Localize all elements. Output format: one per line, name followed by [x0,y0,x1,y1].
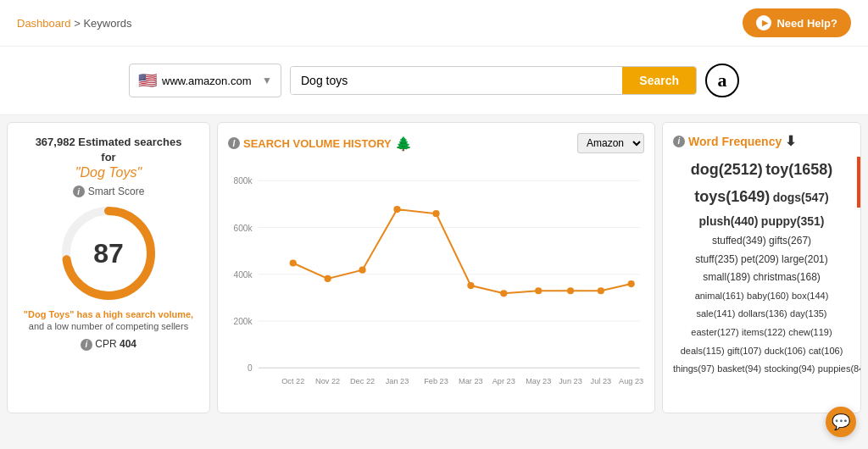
svg-text:Dec 22: Dec 22 [350,377,375,385]
svg-text:400k: 400k [233,270,253,280]
svg-point-21 [598,287,604,294]
word-stocking: stocking(94) [765,363,815,374]
word-items: items(122) [742,327,786,337]
svg-point-15 [393,206,400,213]
word-stuff: stuff(235) [695,253,737,265]
word-cat: cat(106) [809,346,843,356]
word-puppies: puppies(84) [818,363,861,374]
svg-text:Oct 22: Oct 22 [281,377,304,385]
word-freq-info-icon: i [673,136,685,147]
svg-point-13 [325,275,331,282]
svg-text:800k: 800k [233,176,253,186]
svg-point-12 [290,259,297,266]
svg-text:Jun 23: Jun 23 [559,377,582,385]
for-label: for [101,151,115,164]
smart-score-label: i Smart Score [19,186,198,197]
word-baby: baby(160) [747,291,789,301]
word-toys: toys(1649) [694,188,770,205]
low-sellers-text: and a low number of competing sellers [19,321,198,331]
svg-text:200k: 200k [233,317,253,326]
cpr-label: CPR [95,338,116,350]
tree-icon: 🌲 [395,136,412,152]
word-basket: basket(94) [717,363,761,374]
need-help-label: Need Help? [776,17,837,30]
svg-text:Mar 23: Mar 23 [459,377,483,385]
orange-tab [857,157,861,208]
svg-point-18 [500,290,507,297]
chart-header: i SEARCH VOLUME HISTORY 🌲 Amazon [228,133,644,153]
word-animal: animal(161) [695,291,744,301]
word-christmas: christmas(168) [754,271,821,283]
svg-point-19 [535,287,542,294]
search-input-wrap: Search [290,66,697,95]
svg-text:Aug 23: Aug 23 [619,377,643,385]
line-chart: 800k 600k 400k 200k 0 [228,160,644,402]
gauge-chart: 87 [58,202,159,304]
search-input[interactable] [291,67,622,94]
chart-info-icon: i [228,137,240,149]
chart-area: 800k 600k 400k 200k 0 [228,160,644,402]
search-area: 🇺🇸 www.amazon.com ▼ Search a [0,47,868,115]
svg-text:0: 0 [248,363,253,373]
high-volume-text: "Dog Toys" has a high search volume, [19,309,198,319]
search-count: 367,982 [36,136,75,148]
svg-text:Nov 22: Nov 22 [315,377,340,385]
word-chew: chew(119) [788,327,832,337]
search-button[interactable]: Search [622,67,696,94]
word-toy: toy(1658) [765,161,832,178]
word-day: day(135) [790,308,826,319]
domain-text: www.amazon.com [162,75,257,87]
svg-point-17 [467,282,474,289]
svg-text:Apr 23: Apr 23 [492,377,515,385]
breadcrumb: Dashboard > Keywords [17,17,132,30]
chevron-down-icon: ▼ [262,75,272,86]
svg-text:Jul 23: Jul 23 [591,377,612,385]
score-value: 87 [93,238,124,269]
svg-text:Jan 23: Jan 23 [386,377,409,385]
word-box: box(144) [792,291,828,301]
dashboard-link[interactable]: Dashboard [17,17,71,30]
word-easter: easter(127) [691,327,738,337]
svg-point-16 [432,210,439,217]
word-pet: pet(209) [741,253,779,265]
word-frequency-card: i Word Frequency ⬇ dog(2512) toy(1658) t… [662,122,861,413]
word-dogs: dogs(547) [773,191,829,204]
current-page: Keywords [83,17,131,30]
chat-bubble[interactable]: 💬 [826,407,856,437]
word-gifts: gifts(267) [769,235,811,247]
stats-card: 367,982 Estimated searches for "Dog Toys… [7,122,210,413]
word-things: things(97) [673,363,715,374]
word-cloud: dog(2512) toy(1658) toys(1649) dogs(547)… [673,156,850,379]
word-duck: duck(106) [765,346,806,356]
estimated-label: Estimated searches [78,136,181,148]
word-dollars: dollars(136) [738,308,787,319]
svg-point-20 [567,287,574,294]
word-large: large(201) [782,253,828,265]
svg-point-22 [628,280,635,287]
estimated-searches: 367,982 Estimated searches for [19,135,198,165]
chart-title: i SEARCH VOLUME HISTORY 🌲 [228,136,412,152]
flag-icon: 🇺🇸 [138,71,157,90]
word-dog: dog(2512) [691,161,763,178]
domain-selector[interactable]: 🇺🇸 www.amazon.com ▼ [129,64,281,97]
cpr-value: 404 [120,338,136,350]
word-puppy: puppy(351) [761,214,825,228]
platform-selector[interactable]: Amazon [577,133,644,153]
need-help-button[interactable]: Need Help? [743,8,851,37]
word-small: small(189) [703,271,750,283]
svg-text:600k: 600k [233,224,253,233]
svg-point-14 [359,267,365,274]
cpr-info-icon: i [81,339,92,351]
word-deals: deals(115) [681,346,725,356]
main-content: 367,982 Estimated searches for "Dog Toys… [0,115,868,420]
word-gift: gift(107) [727,346,761,356]
svg-text:Feb 23: Feb 23 [424,377,448,385]
chart-card: i SEARCH VOLUME HISTORY 🌲 Amazon 800k 60… [217,122,655,413]
download-icon[interactable]: ⬇ [785,133,796,149]
word-plush: plush(440) [698,214,758,228]
play-icon [756,15,771,30]
word-sale: sale(141) [696,308,735,319]
amazon-logo: a [705,64,739,97]
top-nav: Dashboard > Keywords Need Help? [0,0,868,47]
keyword-quoted: "Dog Toys" [19,165,198,180]
